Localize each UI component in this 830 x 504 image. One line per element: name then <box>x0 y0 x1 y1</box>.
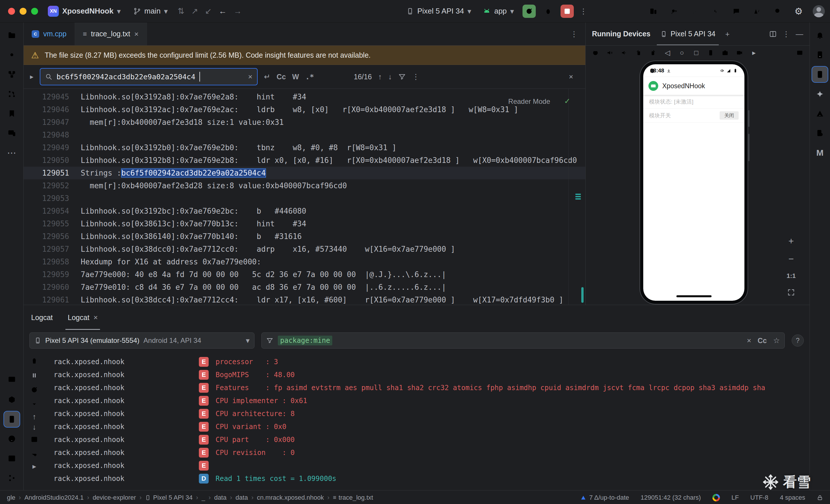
logcat-filter-field[interactable]: package:mine × Cc ☆ <box>261 333 785 349</box>
next-occurrence-icon[interactable]: ↓ <box>33 423 36 431</box>
tab-vm-cpp[interactable]: C vm.cpp <box>24 23 75 45</box>
editor-line[interactable]: 129052 mem[r]:0xb400007aef2e3d28 size:8 … <box>24 179 585 192</box>
editor-line[interactable]: 1290597ae779e000: 40 e8 4a fd 7d 00 00 0… <box>24 268 585 281</box>
logcat-device-selector[interactable]: Pixel 5 API 34 (emulator-5554) Android 1… <box>29 333 254 349</box>
terminal-icon[interactable] <box>4 450 20 467</box>
forward-navigation-icon[interactable]: → <box>234 7 242 16</box>
editor-line[interactable]: 129050Libnhook.so[0x3192b8]:0x7ae769e2b8… <box>24 154 585 167</box>
favorite-filter-icon[interactable]: ☆ <box>773 337 780 344</box>
logcat-row[interactable]: rack.xposed.nhookECPU revision : 0 <box>45 446 809 459</box>
editor-line[interactable]: 129057Libnhook.so[0x38dcc0]:0x7ae7712cc0… <box>24 243 585 255</box>
close-window-button[interactable] <box>8 8 15 15</box>
breadcrumb-item[interactable]: _ <box>202 494 205 501</box>
clear-logcat-icon[interactable] <box>29 355 40 367</box>
editor-line[interactable]: 129055Libnhook.so[0x38613c]:0x7ae770b13c… <box>24 217 585 230</box>
close-tab-icon[interactable]: × <box>134 30 139 38</box>
scroll-to-end-icon[interactable] <box>29 399 40 410</box>
google-account-icon[interactable] <box>712 494 720 501</box>
structure-icon[interactable] <box>4 66 20 83</box>
breadcrumb-item[interactable]: cn.mrack.xposed.nhook <box>257 494 324 501</box>
zoom-out-icon[interactable]: − <box>789 254 794 263</box>
device-mirror-icon[interactable] <box>647 5 660 18</box>
gemini-m-icon[interactable]: M <box>812 145 828 161</box>
search-input[interactable]: bc6f5f002942acd3db22e9a02a2504c4 × <box>40 68 258 85</box>
running-devices-icon[interactable] <box>812 66 828 83</box>
editor-line[interactable]: 129046Libnhook.so[0x3192ac]:0x7ae769e2ac… <box>24 103 585 116</box>
logcat-row[interactable]: rack.xposed.nhookECPU implementer : 0x61 <box>45 394 809 407</box>
fit-screen-icon[interactable] <box>787 288 795 296</box>
restart-logcat-icon[interactable] <box>29 384 40 396</box>
tab-trace-log[interactable]: ≡ trace_log.txt × <box>75 23 147 45</box>
editor-line[interactable]: 129047 mem[r]:0xb400007aef2e3d18 size:1 … <box>24 116 585 129</box>
tab-options-icon[interactable]: ⋮ <box>570 30 578 38</box>
expand-search-icon[interactable]: ▸ <box>30 73 33 81</box>
search-options-icon[interactable]: ⋮ <box>412 73 420 81</box>
more-actions-icon[interactable]: ▸ <box>32 463 36 470</box>
floating-toolbar-icon[interactable]: ≡ <box>575 190 581 202</box>
match-case-toggle[interactable]: Cc <box>277 73 286 81</box>
editor-line[interactable]: 129053 <box>24 192 585 205</box>
logcat-row[interactable]: rack.xposed.nhookECPU part : 0x000 <box>45 433 809 446</box>
console-view-icon[interactable] <box>29 434 40 445</box>
clear-filter-icon[interactable]: × <box>747 337 751 344</box>
panel-options-icon[interactable]: ⋮ <box>783 30 790 38</box>
editor-line[interactable]: 129061Libnhook.so[0x38dcc4]:0x7ae7712cc4… <box>24 293 585 305</box>
rotate-right-icon[interactable] <box>648 48 658 58</box>
bookmarks-icon[interactable] <box>4 105 20 122</box>
device-tab-pixel5[interactable]: Pixel 5 API 34 <box>657 23 719 45</box>
close-tab-icon[interactable]: × <box>93 314 98 321</box>
app-inspection-icon[interactable] <box>4 391 20 408</box>
branch-selector[interactable]: main ▾ <box>131 5 170 17</box>
breadcrumb-item[interactable]: AndroidStudio2024.1 <box>25 494 84 501</box>
logcat-icon[interactable] <box>4 411 20 427</box>
emulator-screen[interactable]: 23:48 XposedNH <box>643 64 744 301</box>
minimize-window-button[interactable] <box>20 8 27 15</box>
toolbar-overflow-icon[interactable]: ▸ <box>749 48 759 58</box>
rotate-left-icon[interactable] <box>634 48 644 58</box>
logcat-row[interactable]: rack.xposed.nhookECPU architecture: 8 <box>45 407 809 420</box>
breadcrumb-item[interactable]: ≡trace_log.txt <box>333 494 373 501</box>
back-navigation-icon[interactable]: ← <box>219 7 227 16</box>
logcat-row[interactable]: rack.xposed.nhookECPU variant : 0x0 <box>45 420 809 433</box>
next-occurrence-icon[interactable]: ↓ <box>388 72 392 81</box>
screen-record-icon[interactable] <box>734 48 745 58</box>
previous-occurrence-icon[interactable]: ↑ <box>33 413 36 420</box>
module-switch-button[interactable]: 关闭 <box>720 111 739 120</box>
screenshot-icon[interactable] <box>720 48 730 58</box>
editor-current-line[interactable]: 129051Strings :bc6f5f002942acd3db22e9a02… <box>24 167 585 179</box>
code-with-me-icon[interactable] <box>667 5 681 18</box>
device-selector[interactable]: Pixel 5 API 34 ▾ <box>404 5 474 17</box>
profiler-icon[interactable] <box>709 5 722 18</box>
logcat-tab[interactable]: Logcat × <box>65 305 100 330</box>
logcat-row[interactable]: rack.xposed.nhookEFeatures : fp asimd ev… <box>45 381 809 394</box>
commit-icon[interactable] <box>4 47 20 63</box>
editor-content[interactable]: 129045Libnhook.so[0x3192a8]:0x7ae769e2a8… <box>24 89 585 305</box>
scrollbar-thumb[interactable] <box>581 287 583 303</box>
words-toggle[interactable]: W <box>292 73 299 81</box>
layout-inspector-icon[interactable] <box>4 372 20 388</box>
caret-position-widget[interactable]: 129051:42 (32 chars) <box>641 494 701 501</box>
more-tools-icon[interactable]: ⋯ <box>4 145 20 161</box>
android-overview-icon[interactable]: □ <box>691 48 701 58</box>
logcat-row[interactable]: rack.xposed.nhookE <box>45 459 809 472</box>
notifications-bell-icon[interactable] <box>812 27 828 43</box>
editor-line[interactable]: 129048 <box>24 129 585 141</box>
app-quality-insights-icon[interactable] <box>812 105 828 122</box>
filter-match-case-toggle[interactable]: Cc <box>758 337 767 345</box>
android-home-icon[interactable]: ○ <box>677 48 687 58</box>
power-icon[interactable] <box>590 48 601 58</box>
ai-chat-icon[interactable] <box>730 5 743 18</box>
logcat-row[interactable]: rack.xposed.nhookEprocessor : 3 <box>45 355 809 368</box>
add-device-icon[interactable]: + <box>725 30 729 38</box>
split-panel-icon[interactable] <box>769 30 777 38</box>
more-actions-icon[interactable]: ⋮ <box>580 7 587 15</box>
editor-line[interactable]: 129056Libnhook.so[0x386140]:0x7ae770b140… <box>24 230 585 243</box>
editor-line[interactable]: 129058Hexdump for X16 at address 0x7ae77… <box>24 255 585 268</box>
inspections-ok-icon[interactable]: ✓ <box>565 96 570 106</box>
zoom-window-button[interactable] <box>31 8 38 15</box>
pull-requests-icon[interactable] <box>4 86 20 102</box>
breadcrumb-item[interactable]: gle <box>7 494 15 501</box>
soft-wrap-icon[interactable] <box>29 448 40 460</box>
project-selector[interactable]: XN XposedNHook ▾ <box>45 4 124 19</box>
breadcrumb-item[interactable]: data <box>214 494 226 501</box>
